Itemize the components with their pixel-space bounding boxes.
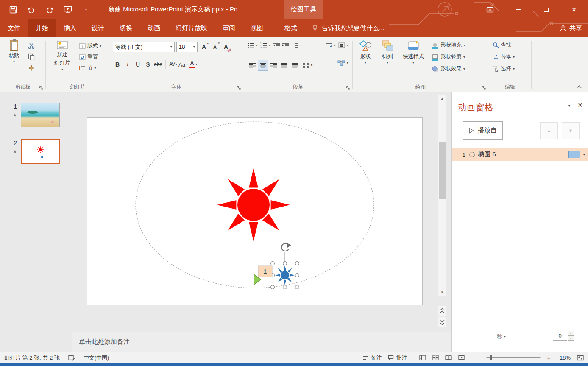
- selected-shape[interactable]: [275, 265, 295, 285]
- zoom-slider-thumb[interactable]: [490, 355, 492, 360]
- slide-canvas-container[interactable]: 1: [87, 117, 423, 305]
- vertical-scrollbar[interactable]: [438, 95, 446, 296]
- paragraph-dialog-launcher[interactable]: [346, 86, 351, 90]
- spinner-down-button[interactable]: [568, 336, 574, 341]
- shapes-button[interactable]: 形状: [355, 40, 376, 64]
- character-spacing-button[interactable]: AV: [168, 59, 178, 70]
- layout-button[interactable]: 版式: [79, 42, 101, 50]
- line-spacing-button[interactable]: [292, 42, 302, 48]
- zoom-in-button[interactable]: [547, 354, 551, 361]
- cut-button[interactable]: [28, 42, 35, 49]
- shape-fill-button[interactable]: 形状填充: [432, 42, 465, 49]
- shape-effects-button[interactable]: 形状效果: [432, 65, 465, 73]
- strikethrough-button[interactable]: abe: [153, 59, 163, 70]
- move-earlier-button[interactable]: [540, 122, 558, 139]
- align-text-button[interactable]: [338, 42, 348, 48]
- align-left-button[interactable]: [248, 60, 257, 70]
- scroll-down-arrow[interactable]: [438, 289, 446, 296]
- font-color-button[interactable]: A: [189, 59, 198, 70]
- qat-customize-button[interactable]: [81, 4, 91, 15]
- fit-to-window-button[interactable]: [577, 355, 584, 361]
- next-slide-button[interactable]: [438, 317, 446, 327]
- tab-insert[interactable]: 插入: [56, 19, 84, 37]
- slide-sorter-view-button[interactable]: [432, 355, 439, 360]
- undo-button[interactable]: [27, 4, 36, 15]
- seconds-zoom-control[interactable]: 秒: [497, 333, 506, 341]
- scrollbar-track[interactable]: [438, 102, 446, 289]
- replace-button[interactable]: 替换: [493, 53, 515, 61]
- previous-slide-button[interactable]: [438, 306, 446, 316]
- close-button[interactable]: [560, 0, 588, 19]
- spinner-value[interactable]: 0: [553, 331, 567, 341]
- clear-formatting-button[interactable]: A: [221, 42, 231, 52]
- tab-view[interactable]: 视图: [243, 19, 271, 37]
- justify-button[interactable]: [279, 60, 289, 70]
- arrange-button[interactable]: 排列: [377, 40, 398, 64]
- animation-star-icon[interactable]: [13, 149, 17, 154]
- reading-view-button[interactable]: [445, 355, 452, 360]
- maximize-button[interactable]: [532, 0, 560, 19]
- tab-file[interactable]: 文件: [0, 19, 28, 37]
- tell-me-box[interactable]: 告诉我您想要做什么...: [312, 19, 385, 37]
- minimize-button[interactable]: [504, 0, 532, 19]
- underline-button[interactable]: U: [133, 59, 142, 70]
- find-button[interactable]: 查找: [493, 42, 511, 49]
- drawing-dialog-launcher[interactable]: [482, 86, 486, 90]
- tab-review[interactable]: 审阅: [215, 19, 243, 37]
- increase-indent-button[interactable]: [282, 42, 289, 48]
- notes-toggle-button[interactable]: 备注: [362, 354, 382, 362]
- collapse-ribbon-button[interactable]: [576, 85, 582, 89]
- tab-animations[interactable]: 动画: [140, 19, 168, 37]
- tab-home[interactable]: 开始: [28, 19, 56, 37]
- text-direction-button[interactable]: [326, 42, 336, 48]
- tab-format[interactable]: 格式: [277, 19, 305, 37]
- thumbnail-item-2[interactable]: 2: [6, 139, 60, 164]
- comments-toggle-button[interactable]: 批注: [388, 354, 407, 362]
- numbering-button[interactable]: 123: [260, 42, 270, 48]
- zoom-slider[interactable]: [486, 357, 541, 358]
- slideshow-view-button[interactable]: [458, 355, 465, 360]
- save-button[interactable]: [8, 4, 18, 15]
- sun-shape[interactable]: [217, 168, 290, 241]
- convert-smartart-button[interactable]: [337, 60, 348, 66]
- change-case-button[interactable]: Aa: [178, 59, 188, 70]
- move-later-button[interactable]: [562, 122, 580, 139]
- slide-1-thumbnail[interactable]: [21, 103, 60, 127]
- quick-styles-button[interactable]: 快速样式: [399, 40, 427, 64]
- notes-area[interactable]: 单击此处添加备注: [72, 332, 451, 352]
- align-center-button[interactable]: [258, 60, 268, 70]
- language-status[interactable]: 中文(中国): [84, 354, 109, 362]
- animation-list-item[interactable]: 1 椭圆 6: [452, 148, 588, 161]
- zoom-out-button[interactable]: [476, 354, 480, 361]
- ribbon-display-options-button[interactable]: [476, 0, 504, 19]
- italic-button[interactable]: I: [123, 59, 132, 70]
- font-dialog-launcher[interactable]: [237, 86, 241, 90]
- normal-view-button[interactable]: [419, 355, 426, 360]
- grow-font-button[interactable]: A ▴: [199, 42, 209, 52]
- bold-button[interactable]: B: [113, 59, 122, 70]
- decrease-indent-button[interactable]: [273, 42, 280, 48]
- align-right-button[interactable]: [269, 60, 278, 70]
- zoom-level[interactable]: 18%: [557, 355, 571, 361]
- paste-button[interactable]: 粘贴: [3, 40, 25, 64]
- tab-design[interactable]: 设计: [84, 19, 112, 37]
- new-slide-button[interactable]: 新建 幻灯片: [49, 40, 75, 71]
- animation-star-icon[interactable]: [13, 113, 17, 117]
- scrollbar-thumb[interactable]: [439, 142, 446, 199]
- columns-button[interactable]: [303, 63, 312, 68]
- bullets-button[interactable]: [248, 42, 258, 48]
- slide-2-thumbnail[interactable]: [21, 139, 60, 164]
- tab-slideshow[interactable]: 幻灯片放映: [168, 19, 215, 37]
- animation-pane-menu-button[interactable]: [568, 104, 570, 108]
- animation-item-dropdown[interactable]: [583, 153, 585, 156]
- font-name-combobox[interactable]: 等线 (正文): [113, 42, 175, 52]
- select-button[interactable]: 选择: [493, 65, 515, 73]
- share-button[interactable]: 共享: [560, 19, 582, 37]
- shape-outline-button[interactable]: 形状轮廓: [432, 53, 465, 61]
- shrink-font-button[interactable]: A ▾: [210, 42, 220, 52]
- distribute-button[interactable]: [290, 60, 299, 70]
- animation-pane-close-button[interactable]: [578, 101, 582, 109]
- display-settings-button[interactable]: [68, 355, 75, 361]
- start-slideshow-button[interactable]: [63, 4, 72, 15]
- reset-button[interactable]: 重置: [79, 53, 98, 61]
